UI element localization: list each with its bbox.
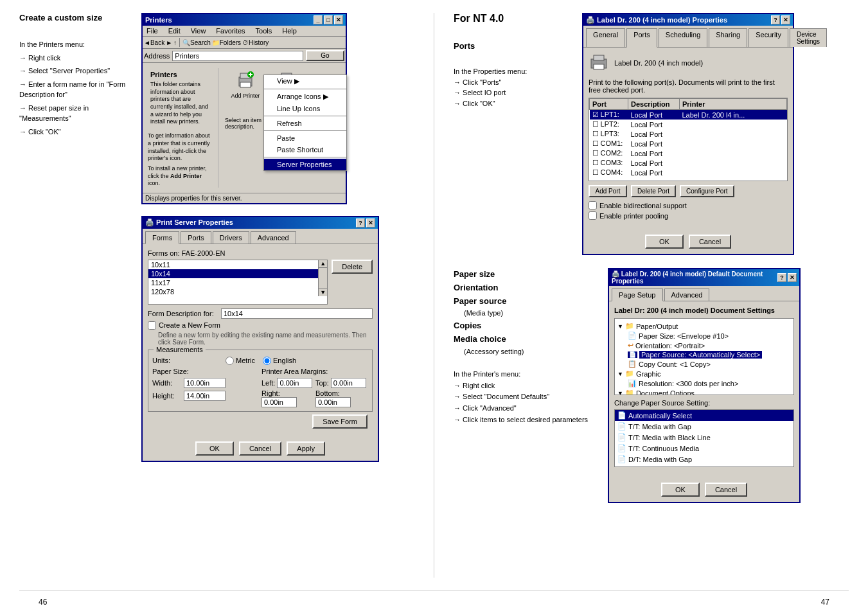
- add-port-btn[interactable]: Add Port: [589, 185, 627, 197]
- tab-drivers[interactable]: Drivers: [213, 231, 249, 244]
- menu-favorites[interactable]: Favorites: [213, 26, 247, 35]
- ctx-paste-shortcut[interactable]: Paste Shortcut: [264, 144, 346, 155]
- ps-tt-black[interactable]: 📄 T/T: Media with Black Line: [615, 432, 793, 443]
- lp-tab-ports[interactable]: Ports: [626, 28, 657, 48]
- tab-advanced[interactable]: Advanced: [251, 231, 296, 244]
- port-row-lpt1[interactable]: ☑ LPT1: Local Port Label Dr. 200 l4 in..…: [590, 110, 787, 120]
- delete-port-btn[interactable]: Delete Port: [631, 185, 676, 197]
- right-input[interactable]: [261, 397, 297, 407]
- port-row-com4[interactable]: ☐ COM4: Local Port: [590, 168, 787, 177]
- port-row-com2[interactable]: ☐ COM2: Local Port: [590, 148, 787, 158]
- ctx-refresh[interactable]: Refresh: [264, 118, 346, 129]
- ctx-view[interactable]: View ▶: [264, 75, 346, 87]
- ctx-arrange[interactable]: Arrange Icons ▶: [264, 91, 346, 103]
- form-item-1[interactable]: 10x11: [148, 260, 318, 269]
- left-input[interactable]: [277, 378, 312, 388]
- tree-copy-count[interactable]: 📋 Copy Count: <1 Copy>: [628, 359, 791, 369]
- english-radio[interactable]: English: [263, 357, 296, 365]
- ldp-question[interactable]: ?: [777, 273, 786, 282]
- port-row-lpt3[interactable]: ☐ LPT3: Local Port: [590, 129, 787, 139]
- toolbar-forward[interactable]: ►: [166, 39, 172, 46]
- english-radio-input[interactable]: [263, 357, 271, 365]
- lp-cancel-btn[interactable]: Cancel: [689, 235, 731, 249]
- lp-tab-device[interactable]: Device Settings: [790, 28, 827, 47]
- menu-help[interactable]: Help: [279, 26, 299, 35]
- lp-tab-general[interactable]: General: [586, 28, 625, 47]
- minimize-btn[interactable]: _: [314, 15, 323, 24]
- form-item-3[interactable]: 11x17: [148, 278, 318, 287]
- listbox-scrollbar[interactable]: ▲ ▼: [318, 260, 327, 296]
- bottom-input[interactable]: [315, 397, 351, 407]
- bidirectional-check[interactable]: Enable bidirectional support: [589, 201, 788, 209]
- ps-dt-gap[interactable]: 📄 D/T: Media with Gap: [615, 454, 793, 465]
- ldp-tab-advanced[interactable]: Advanced: [664, 289, 710, 301]
- form-desc-input[interactable]: [221, 308, 373, 319]
- lp-ok-btn[interactable]: OK: [645, 235, 684, 249]
- tree-doc-options[interactable]: ▼ 📁 Document Options: [617, 388, 791, 395]
- ldp-ok-btn[interactable]: OK: [661, 483, 700, 497]
- height-input[interactable]: [184, 391, 226, 401]
- lp-close[interactable]: ✕: [781, 15, 790, 24]
- ldp-cancel-btn[interactable]: Cancel: [705, 483, 747, 497]
- ps-tt-cont[interactable]: 📄 T/T: Continuous Media: [615, 443, 793, 454]
- form-list[interactable]: 10x11 10x14 11x17 120x78 ▲ ▼: [148, 260, 328, 305]
- ldp-close[interactable]: ✕: [788, 273, 797, 282]
- psp-close[interactable]: ✕: [366, 218, 375, 227]
- port-row-com1[interactable]: ☐ COM1: Local Port: [590, 139, 787, 148]
- toolbar-history[interactable]: ⏱History: [242, 39, 269, 46]
- top-input[interactable]: [331, 378, 366, 388]
- tree-paper-output[interactable]: ▼ 📁 Paper/Output: [617, 321, 791, 331]
- tree-graphic[interactable]: ▼ 📁 Graphic: [617, 369, 791, 378]
- lp-tab-sharing[interactable]: Sharing: [709, 28, 747, 47]
- ctx-paste[interactable]: Paste: [264, 132, 346, 144]
- tab-forms[interactable]: Forms: [145, 231, 179, 244]
- form-item-4[interactable]: 120x78: [148, 287, 318, 296]
- ps-tt-gap[interactable]: 📄 T/T: Media with Gap: [615, 421, 793, 432]
- tree-paper-source[interactable]: 📄 Paper Source: <Automatically Select>: [628, 350, 791, 359]
- address-input[interactable]: Printers: [172, 51, 303, 61]
- menu-view[interactable]: View: [188, 26, 209, 35]
- menu-file[interactable]: File: [144, 26, 161, 35]
- lp-tab-security[interactable]: Security: [748, 28, 788, 47]
- maximize-btn[interactable]: □: [324, 15, 333, 24]
- lp-tab-scheduling[interactable]: Scheduling: [659, 28, 707, 47]
- tree-orientation[interactable]: ↩ Orientation: <Portrait>: [628, 341, 791, 350]
- bidirectional-checkbox[interactable]: [589, 201, 597, 209]
- toolbar-back[interactable]: ◄Back: [144, 39, 164, 46]
- create-new-form-check[interactable]: Create a New Form: [148, 321, 373, 330]
- psp-ok-btn[interactable]: OK: [195, 441, 234, 456]
- ctx-lineup[interactable]: Line Up Icons: [264, 103, 346, 114]
- save-form-btn[interactable]: Save Form: [312, 414, 368, 429]
- psp-apply-btn[interactable]: Apply: [287, 441, 325, 456]
- width-input[interactable]: [184, 378, 226, 388]
- psp-cancel-btn[interactable]: Cancel: [239, 441, 281, 456]
- metric-radio[interactable]: Metric: [226, 357, 255, 365]
- menu-tools[interactable]: Tools: [253, 26, 275, 35]
- tree-resolution[interactable]: 📊 Resolution: <300 dots per inch>: [628, 378, 791, 388]
- toolbar-up[interactable]: ↑: [173, 39, 177, 46]
- ps-auto[interactable]: 📄 Automatically Select: [615, 410, 793, 421]
- lp-question[interactable]: ?: [771, 15, 780, 24]
- tab-ports[interactable]: Ports: [181, 231, 211, 244]
- menu-edit[interactable]: Edit: [166, 26, 183, 35]
- port-row-com3[interactable]: ☐ COM3: Local Port: [590, 158, 787, 168]
- close-btn[interactable]: ✕: [334, 15, 343, 24]
- pooling-checkbox[interactable]: [589, 211, 597, 220]
- tree-paper-size[interactable]: 📄 Paper Size: <Envelope #10>: [628, 331, 791, 341]
- toolbar-folders[interactable]: 📁Folders: [212, 39, 241, 46]
- delete-btn[interactable]: Delete: [332, 260, 373, 274]
- create-form-checkbox[interactable]: [148, 321, 156, 330]
- pooling-check[interactable]: Enable printer pooling: [589, 211, 788, 220]
- configure-port-btn[interactable]: Configure Port: [680, 185, 734, 197]
- ldp-tab-pagesetup[interactable]: Page Setup: [612, 289, 663, 301]
- paper-source-list[interactable]: 📄 Automatically Select 📄 T/T: Media with…: [614, 409, 794, 467]
- add-printer-item[interactable]: Add Printer: [227, 71, 263, 112]
- metric-radio-input[interactable]: [226, 357, 234, 365]
- form-item-2[interactable]: 10x14: [148, 269, 318, 278]
- go-button[interactable]: Go: [306, 50, 344, 61]
- port-row-lpt2[interactable]: ☐ LPT2: Local Port: [590, 120, 787, 129]
- psp-question[interactable]: ?: [356, 218, 365, 227]
- ctx-server-props[interactable]: Server Properties: [264, 159, 346, 170]
- context-menu[interactable]: View ▶ Arrange Icons ▶ Line Up Icons Ref…: [263, 75, 347, 171]
- toolbar-search[interactable]: 🔍Search: [182, 39, 211, 46]
